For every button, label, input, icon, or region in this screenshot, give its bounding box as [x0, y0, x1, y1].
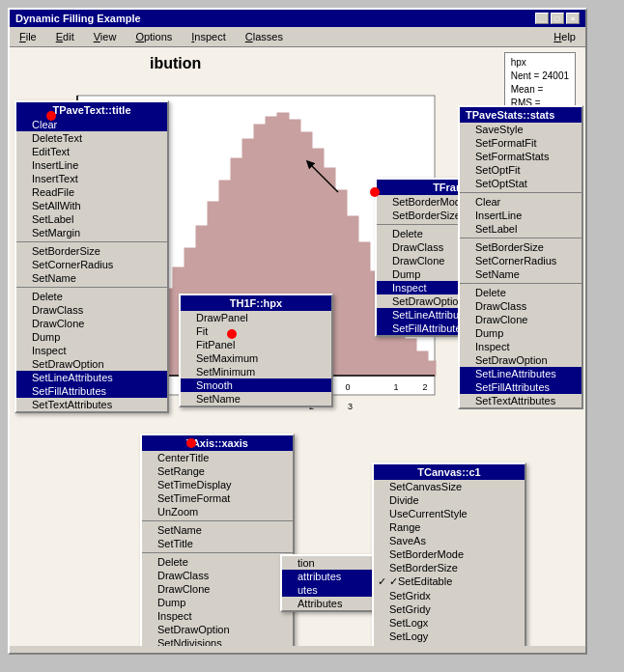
taxis-item-drawclass[interactable]: DrawClass [142, 569, 293, 582]
stats-item-setlineattributes[interactable]: SetLineAttributes [460, 367, 581, 380]
stats-item-clear[interactable]: Clear [460, 192, 581, 209]
th1f-item-fit[interactable]: Fit [181, 324, 331, 338]
stats-item-setoptfit[interactable]: SetOptFit [460, 163, 581, 177]
menu-view[interactable]: View [88, 29, 123, 44]
stats-item-delete[interactable]: Delete [460, 283, 581, 299]
tcanvas-item-saveas[interactable]: SaveAs [374, 534, 525, 547]
tcanvas-item-usecurrentstyle[interactable]: UseCurrentStyle [374, 507, 525, 520]
stats-item-setcornerradius[interactable]: SetCornerRadius [460, 254, 581, 267]
tcanvas-item-setcanvassize[interactable]: SetCanvasSize [374, 480, 525, 493]
menu-inspect[interactable]: Inspect [185, 29, 231, 44]
tcanvas-item-setlogz[interactable]: SetLogz [374, 643, 525, 646]
stats-item-setfillattributes[interactable]: SetFillAttributes [460, 380, 581, 394]
stats-item-setoptstat[interactable]: SetOptStat [460, 177, 581, 190]
pavetext-item-readfile[interactable]: ReadFile [16, 185, 167, 199]
taxis-item-delete[interactable]: Delete [142, 552, 293, 569]
th1f-item-fitpanel[interactable]: FitPanel [181, 338, 331, 351]
taxis-item-settimeformat[interactable]: SetTimeFormat [142, 491, 293, 505]
taxis-item-settitle[interactable]: SetTitle [142, 537, 293, 550]
taxis-item-drawclone[interactable]: DrawClone [142, 582, 293, 596]
stats-item-setbordersize[interactable]: SetBorderSize [460, 238, 581, 254]
pavetext-item-inserttext[interactable]: InsertText [16, 172, 167, 185]
taxis-item-setndivisions[interactable]: SetNdivisions [142, 636, 293, 646]
taxis-item-setdrawoption[interactable]: SetDrawOption [142, 623, 293, 636]
taxis-item-setname[interactable]: SetName [142, 520, 293, 537]
taxis-item-inspect[interactable]: Inspect [142, 609, 293, 623]
pavetext-item-edittext[interactable]: EditText [16, 145, 167, 158]
th1f-item-drawpanel[interactable]: DrawPanel [181, 311, 331, 324]
th1f-menu-title: TH1F::hpx [181, 295, 331, 311]
stats-item-inspect[interactable]: Inspect [460, 340, 581, 353]
taxis-item-unzoom[interactable]: UnZoom [142, 505, 293, 518]
stats-item-setname[interactable]: SetName [460, 267, 581, 281]
pavetext-item-setlineattributes[interactable]: SetLineAttributes [16, 371, 167, 384]
pavetext-item-setbordersize[interactable]: SetBorderSize [16, 241, 167, 258]
pavetext-item-settextattributes[interactable]: SetTextAttributes [16, 398, 167, 411]
tcanvas-item-setlogy[interactable]: SetLogy [374, 630, 525, 643]
pavetext-item-delete[interactable]: Delete [16, 287, 167, 303]
menu-file[interactable]: File [14, 29, 43, 44]
svg-rect-22 [335, 190, 347, 376]
th1f-item-setname[interactable]: SetName [181, 392, 331, 406]
menu-help[interactable]: Help [548, 29, 581, 44]
menu-bar: File Edit View Options Inspect Classes H… [10, 27, 585, 47]
tcanvas-item-setbordermode[interactable]: SetBorderMode [374, 547, 525, 561]
minimize-button[interactable]: _ [535, 13, 549, 24]
taxis-item-dump[interactable]: Dump [142, 596, 293, 609]
pavetext-item-dump[interactable]: Dump [16, 330, 167, 344]
pavetext-item-deletetext[interactable]: DeleteText [16, 131, 167, 145]
svg-text:3: 3 [348, 402, 353, 411]
pavetext-item-drawclass[interactable]: DrawClass [16, 303, 167, 317]
taxis-item-centertitle[interactable]: CenterTitle [142, 451, 293, 464]
pavetext-item-insertline[interactable]: InsertLine [16, 158, 167, 172]
th1f-item-smooth[interactable]: Smooth [181, 378, 331, 392]
pavetext-item-setlabel[interactable]: SetLabel [16, 212, 167, 226]
th1f-item-setmaximum[interactable]: SetMaximum [181, 351, 331, 365]
pavetext-item-setdrawoption[interactable]: SetDrawOption [16, 357, 167, 371]
taxis-item-settimedisplay[interactable]: SetTimeDisplay [142, 478, 293, 491]
stats-item-savestyle[interactable]: SaveStyle [460, 123, 581, 136]
tpavestats-menu-title: TPaveStats::stats [460, 107, 581, 123]
pavetext-item-setcornerradius[interactable]: SetCornerRadius [16, 258, 167, 271]
main-window: Dynamic Filling Example _ □ × File Edit … [8, 8, 587, 655]
close-button[interactable]: × [566, 13, 580, 24]
pavetext-menu: TPaveText::title Clear DeleteText EditTe… [14, 100, 169, 413]
menu-edit[interactable]: Edit [50, 29, 80, 44]
menu-classes[interactable]: Classes [240, 29, 289, 44]
maximize-button[interactable]: □ [551, 13, 564, 24]
menu-options[interactable]: Options [129, 29, 178, 44]
tcanvas-item-setgridx[interactable]: SetGridx [374, 589, 525, 602]
stats-item-drawclone[interactable]: DrawClone [460, 313, 581, 326]
stats-item-insertline[interactable]: InsertLine [460, 209, 581, 222]
svg-rect-28 [405, 339, 416, 376]
svg-rect-24 [358, 242, 370, 376]
stats-item-setformatfit[interactable]: SetFormatFit [460, 136, 581, 150]
tcanvas-menu-title: TCanvas::c1 [374, 464, 525, 480]
taxis-item-setrange[interactable]: SetRange [142, 464, 293, 478]
tcanvas-item-setgridy[interactable]: SetGridy [374, 602, 525, 616]
stats-item-setlabel[interactable]: SetLabel [460, 222, 581, 236]
tcanvas-item-seteditable[interactable]: ✓SetEditable [374, 574, 525, 589]
red-dot-3 [227, 329, 237, 339]
stats-item-drawclass[interactable]: DrawClass [460, 299, 581, 313]
pavetext-item-setname[interactable]: SetName [16, 271, 167, 285]
pavetext-menu-title: TPaveText::title [16, 102, 167, 118]
svg-text:0: 0 [345, 382, 350, 392]
svg-text:2: 2 [422, 382, 427, 392]
th1f-item-setminimum[interactable]: SetMinimum [181, 365, 331, 378]
tcanvas-item-divide[interactable]: Divide [374, 493, 525, 507]
stats-item-setdrawoption[interactable]: SetDrawOption [460, 353, 581, 367]
pavetext-item-setmargin[interactable]: SetMargin [16, 226, 167, 239]
pavetext-item-drawclone[interactable]: DrawClone [16, 317, 167, 330]
stats-item-settextattributes[interactable]: SetTextAttributes [460, 394, 581, 407]
pavetext-item-setfillattributes[interactable]: SetFillAttributes [16, 384, 167, 398]
title-bar-buttons: _ □ × [535, 13, 580, 24]
stats-item-setformatstats[interactable]: SetFormatStats [460, 150, 581, 163]
pavetext-item-inspect[interactable]: Inspect [16, 344, 167, 357]
tcanvas-item-range[interactable]: Range [374, 520, 525, 534]
tcanvas-item-setlogx[interactable]: SetLogx [374, 616, 525, 630]
tcanvas-item-setbordersize[interactable]: SetBorderSize [374, 561, 525, 574]
stats-item-dump[interactable]: Dump [460, 326, 581, 340]
pavetext-item-setallwith[interactable]: SetAllWith [16, 199, 167, 212]
pavetext-item-clear[interactable]: Clear [16, 118, 167, 131]
